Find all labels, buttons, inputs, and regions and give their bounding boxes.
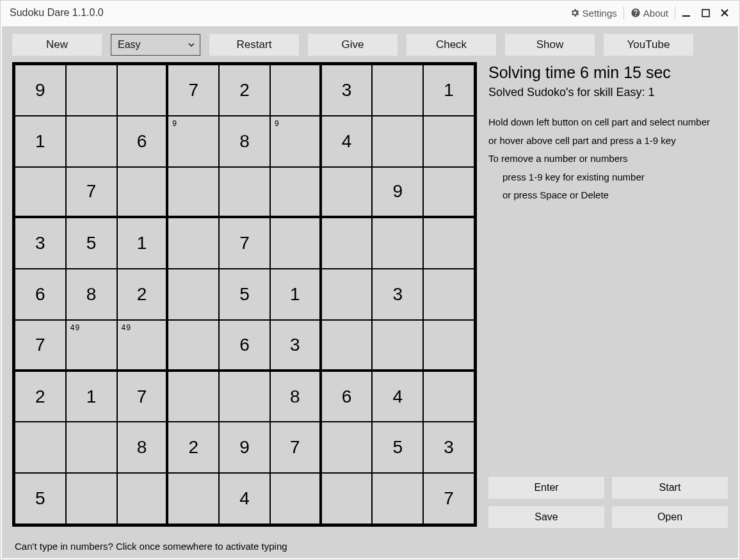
sudoku-cell[interactable] — [168, 167, 219, 218]
sudoku-cell[interactable]: 2 — [219, 65, 270, 116]
sudoku-cell[interactable]: 7 — [15, 320, 66, 371]
about-button[interactable]: About — [625, 5, 673, 21]
sudoku-cell[interactable] — [66, 116, 117, 167]
sudoku-cell[interactable] — [372, 116, 423, 167]
sudoku-cell[interactable]: 5 — [372, 422, 423, 473]
sudoku-cell[interactable]: 7 — [117, 371, 168, 422]
sudoku-cell[interactable] — [219, 371, 270, 422]
sudoku-cell[interactable]: 6 — [321, 371, 373, 422]
sudoku-cell[interactable] — [117, 167, 168, 218]
sudoku-cell[interactable] — [66, 422, 117, 473]
difficulty-select[interactable]: Easy — [111, 34, 200, 56]
sudoku-cell[interactable] — [372, 65, 423, 116]
sudoku-cell[interactable]: 5 — [219, 269, 270, 320]
sudoku-cell[interactable] — [423, 167, 474, 218]
sudoku-cell[interactable]: 7 — [270, 422, 321, 473]
enter-button[interactable]: Enter — [488, 477, 604, 499]
sudoku-cell[interactable] — [423, 218, 474, 269]
sudoku-cell[interactable] — [117, 65, 168, 116]
sudoku-cell[interactable] — [15, 422, 66, 473]
sudoku-cell[interactable] — [423, 371, 474, 422]
open-button[interactable]: Open — [612, 506, 728, 528]
sudoku-cell[interactable]: 1 — [423, 65, 474, 116]
sudoku-cell[interactable]: 8 — [219, 116, 270, 167]
sudoku-cell[interactable]: 2 — [15, 371, 66, 422]
save-button[interactable]: Save — [488, 506, 604, 528]
sudoku-cell[interactable]: 3 — [372, 269, 423, 320]
sudoku-cell[interactable]: 1 — [15, 116, 66, 167]
sudoku-cell[interactable]: 2 — [168, 422, 219, 473]
settings-button[interactable]: Settings — [565, 5, 622, 21]
hint-line: press 1-9 key for existing number — [488, 168, 728, 187]
sudoku-cell[interactable]: 7 — [219, 218, 270, 269]
sudoku-cell[interactable] — [372, 320, 423, 371]
sudoku-cell[interactable] — [66, 473, 117, 524]
sudoku-cell[interactable]: 3 — [270, 320, 321, 371]
sudoku-cell[interactable]: 9 — [15, 65, 66, 116]
sudoku-cell[interactable] — [270, 218, 321, 269]
sudoku-cell[interactable] — [270, 167, 321, 218]
sudoku-cell[interactable] — [321, 473, 373, 524]
new-button[interactable]: New — [12, 34, 102, 56]
sudoku-cell[interactable] — [66, 65, 117, 116]
check-button[interactable]: Check — [406, 34, 496, 56]
sudoku-cell[interactable] — [423, 320, 474, 371]
sudoku-cell[interactable] — [168, 218, 219, 269]
show-button[interactable]: Show — [505, 34, 595, 56]
sudoku-cell[interactable]: 1 — [270, 269, 321, 320]
sudoku-cell[interactable]: 5 — [66, 218, 117, 269]
sudoku-cell[interactable]: 49 — [117, 320, 168, 371]
sudoku-cell[interactable] — [321, 167, 373, 218]
sudoku-cell[interactable]: 4 — [372, 371, 423, 422]
sudoku-cell[interactable]: 6 — [219, 320, 270, 371]
sudoku-cell[interactable]: 49 — [66, 320, 117, 371]
sudoku-cell[interactable]: 7 — [66, 167, 117, 218]
sudoku-cell[interactable]: 9 — [219, 422, 270, 473]
sudoku-cell[interactable] — [168, 320, 219, 371]
sudoku-cell[interactable]: 8 — [270, 371, 321, 422]
sudoku-cell[interactable] — [321, 269, 373, 320]
sudoku-cell[interactable]: 3 — [15, 218, 66, 269]
sudoku-cell[interactable]: 1 — [117, 218, 168, 269]
sudoku-cell[interactable]: 3 — [423, 422, 474, 473]
sudoku-cell[interactable] — [270, 473, 321, 524]
sudoku-grid-wrap: 9723116989479351768251374949632178648297… — [12, 62, 477, 532]
sudoku-cell[interactable] — [372, 473, 423, 524]
sudoku-cell[interactable]: 8 — [117, 422, 168, 473]
sudoku-cell[interactable]: 5 — [15, 473, 66, 524]
separator — [675, 6, 675, 19]
sudoku-cell[interactable]: 4 — [321, 116, 373, 167]
sudoku-cell[interactable]: 6 — [117, 116, 168, 167]
sudoku-cell[interactable] — [168, 371, 219, 422]
sudoku-cell[interactable] — [15, 167, 66, 218]
sudoku-cell[interactable]: 7 — [168, 65, 219, 116]
minimize-button[interactable] — [677, 3, 696, 22]
sudoku-cell[interactable]: 8 — [66, 269, 117, 320]
sudoku-cell[interactable] — [423, 269, 474, 320]
sudoku-cell[interactable] — [270, 65, 321, 116]
sudoku-cell[interactable]: 3 — [321, 65, 373, 116]
sudoku-cell[interactable]: 9 — [270, 116, 321, 167]
sudoku-cell[interactable]: 7 — [423, 473, 474, 524]
sudoku-cell[interactable] — [117, 473, 168, 524]
sudoku-cell[interactable] — [321, 320, 373, 371]
sudoku-cell[interactable]: 2 — [117, 269, 168, 320]
sudoku-cell[interactable] — [423, 116, 474, 167]
sudoku-cell[interactable] — [321, 422, 373, 473]
sudoku-cell[interactable] — [372, 218, 423, 269]
sudoku-cell[interactable] — [219, 167, 270, 218]
sudoku-cell[interactable]: 6 — [15, 269, 66, 320]
restart-button[interactable]: Restart — [209, 34, 299, 56]
give-button[interactable]: Give — [308, 34, 398, 56]
youtube-button[interactable]: YouTube — [604, 34, 693, 56]
close-button[interactable] — [715, 3, 734, 22]
sudoku-cell[interactable] — [321, 218, 373, 269]
sudoku-cell[interactable]: 1 — [66, 371, 117, 422]
maximize-button[interactable] — [696, 3, 715, 22]
sudoku-cell[interactable] — [168, 473, 219, 524]
sudoku-cell[interactable] — [168, 269, 219, 320]
sudoku-cell[interactable]: 9 — [372, 167, 423, 218]
sudoku-cell[interactable]: 9 — [168, 116, 219, 167]
sudoku-cell[interactable]: 4 — [219, 473, 270, 524]
start-button[interactable]: Start — [612, 477, 728, 499]
